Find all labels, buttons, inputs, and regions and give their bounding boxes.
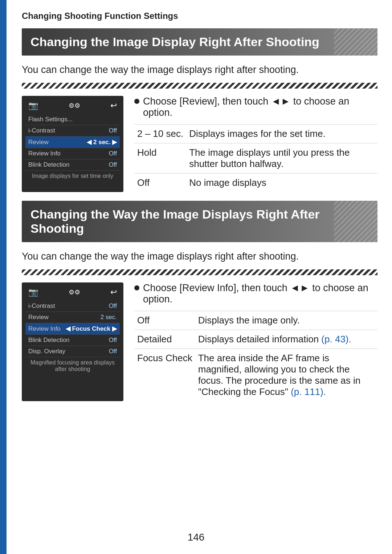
section2-two-col: 📷 ⚙⚙ ↩ i-Contrast Off Review 2 sec. Revi… bbox=[22, 282, 377, 401]
cam1-caption: Image displays for set time only bbox=[25, 173, 120, 179]
section1-bullet-text: Choose [Review], then touch ◄► to choose… bbox=[143, 96, 377, 118]
section1-info-col: Choose [Review], then touch ◄► to choose… bbox=[134, 96, 377, 192]
link-p43[interactable]: (p. 43). bbox=[321, 334, 351, 345]
cam2-row-reviewinfo: Review Info ◀ Focus Check ▶ bbox=[25, 323, 120, 335]
section2-bullet-text: Choose [Review Info], then touch ◄► to c… bbox=[143, 282, 377, 305]
option-key: Hold bbox=[134, 143, 186, 174]
option-desc: The area inside the AF frame is magnifie… bbox=[195, 349, 377, 402]
option-desc: No image displays bbox=[186, 174, 377, 192]
cam2-row-disp: Disp. Overlay Off bbox=[25, 346, 120, 357]
section1-bullet: Choose [Review], then touch ◄► to choose… bbox=[134, 96, 377, 118]
cam2-menu-rows: i-Contrast Off Review 2 sec. Review Info… bbox=[25, 301, 120, 357]
cam2-back-icon: ↩ bbox=[110, 288, 117, 297]
section1-title: Changing the Image Display Right After S… bbox=[30, 35, 319, 49]
option-key: Focus Check bbox=[134, 349, 195, 402]
section2-title: Changing the Way the Image Displays Righ… bbox=[30, 207, 320, 235]
section1-options-table: 2 – 10 sec. Displays images for the set … bbox=[134, 124, 377, 192]
section1-camera-screenshot: 📷 ⚙⚙ ↩ Flash Settings... i-Contrast Off … bbox=[22, 96, 123, 192]
table-row: Detailed Displays detailed information (… bbox=[134, 330, 377, 349]
option-desc: Displays the image only. bbox=[195, 311, 377, 330]
table-row: Hold The image displays until you press … bbox=[134, 143, 377, 174]
cam2-camera-icon: 📷 bbox=[28, 288, 38, 297]
section2-intro: You can change the way the image display… bbox=[22, 251, 377, 262]
option-desc: The image displays until you press the s… bbox=[186, 143, 377, 174]
section1-two-col: 📷 ⚙⚙ ↩ Flash Settings... i-Contrast Off … bbox=[22, 96, 377, 192]
cam1-row-0: Flash Settings... bbox=[25, 114, 120, 125]
bullet-dot-2 bbox=[134, 285, 139, 290]
option-key: Detailed bbox=[134, 330, 195, 349]
breadcrumb: Changing Shooting Function Settings bbox=[22, 11, 377, 21]
cam1-top-bar: 📷 ⚙⚙ ↩ bbox=[25, 99, 120, 112]
section1-header: Changing the Image Display Right After S… bbox=[22, 28, 377, 56]
cam2-row-icontrast: i-Contrast Off bbox=[25, 301, 120, 312]
option-key: 2 – 10 sec. bbox=[134, 125, 186, 143]
stripe-divider-1 bbox=[22, 83, 377, 89]
cam2-settings-icon: ⚙⚙ bbox=[69, 288, 80, 296]
link-p111[interactable]: (p. 111). bbox=[291, 386, 326, 397]
section2-options-table: Off Displays the image only. Detailed Di… bbox=[134, 311, 377, 401]
option-key: Off bbox=[134, 311, 195, 330]
cam1-menu-rows: Flash Settings... i-Contrast Off Review … bbox=[25, 114, 120, 171]
cam1-row-reviewinfo: Review Info Off bbox=[25, 148, 120, 159]
cam2-caption: Magnified focusing area displays after s… bbox=[25, 359, 120, 372]
cam1-row-1: i-Contrast Off bbox=[25, 125, 120, 137]
content: Changing Shooting Function Settings Chan… bbox=[11, 0, 392, 424]
bullet-dot-1 bbox=[134, 99, 139, 104]
table-row: Off Displays the image only. bbox=[134, 311, 377, 330]
cam2-row-blink: Blink Detection Off bbox=[25, 335, 120, 346]
page-number: 146 bbox=[188, 531, 205, 543]
section2-bullet: Choose [Review Info], then touch ◄► to c… bbox=[134, 282, 377, 305]
stripe-divider-2 bbox=[22, 269, 377, 275]
cam2-top-bar: 📷 ⚙⚙ ↩ bbox=[25, 286, 120, 298]
cam1-row-review: Review ◀ 2 sec. ▶ bbox=[25, 137, 120, 148]
section2-info-col: Choose [Review Info], then touch ◄► to c… bbox=[134, 282, 377, 401]
sidebar-accent bbox=[0, 0, 7, 554]
page-container: Changing Shooting Function Settings Chan… bbox=[0, 0, 392, 554]
section2-header: Changing the Way the Image Displays Righ… bbox=[22, 201, 377, 242]
option-desc: Displays detailed information (p. 43). bbox=[195, 330, 377, 349]
cam1-row-blink: Blink Detection Off bbox=[25, 159, 120, 171]
table-row: 2 – 10 sec. Displays images for the set … bbox=[134, 125, 377, 143]
table-row: Off No image displays bbox=[134, 174, 377, 192]
cam1-camera-icon: 📷 bbox=[28, 101, 38, 110]
option-desc: Displays images for the set time. bbox=[186, 125, 377, 143]
option-key: Off bbox=[134, 174, 186, 192]
section1-intro: You can change the way the image display… bbox=[22, 64, 377, 76]
cam1-settings-icon: ⚙⚙ bbox=[69, 102, 80, 110]
section2-camera-screenshot: 📷 ⚙⚙ ↩ i-Contrast Off Review 2 sec. Revi… bbox=[22, 282, 123, 401]
table-row: Focus Check The area inside the AF frame… bbox=[134, 349, 377, 402]
cam1-back-icon: ↩ bbox=[110, 101, 117, 110]
cam2-row-review: Review 2 sec. bbox=[25, 312, 120, 323]
